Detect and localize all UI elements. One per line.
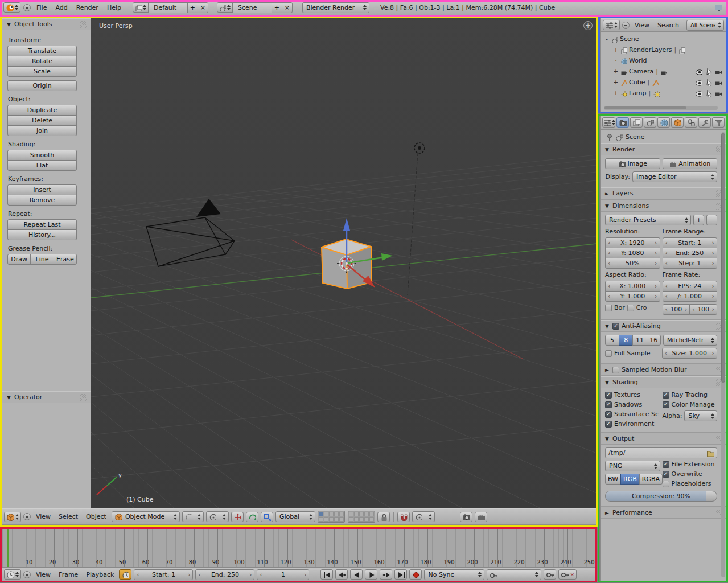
- subsurface-checkbox[interactable]: ✓: [605, 411, 612, 418]
- jump-to-start-button[interactable]: [320, 569, 333, 580]
- timeline-menu-view[interactable]: View: [33, 571, 54, 578]
- screen-layout-name-field[interactable]: Default: [148, 2, 188, 13]
- item-name[interactable]: World: [629, 57, 647, 64]
- output-panel-header[interactable]: ▼ Output: [601, 433, 726, 445]
- aa-samples-16-button[interactable]: 16: [647, 335, 661, 346]
- tab-scene[interactable]: [644, 117, 656, 128]
- timeline-start-field[interactable]: Start: 1: [134, 569, 193, 580]
- grease-erase-button[interactable]: Erase: [54, 254, 77, 265]
- translate-button[interactable]: Translate: [7, 46, 77, 56]
- info-editor-type-button[interactable]: [3, 2, 20, 13]
- folder-icon[interactable]: [706, 449, 714, 457]
- tab-modifiers[interactable]: [698, 117, 711, 128]
- panel-expand-icon[interactable]: ▼: [604, 380, 610, 385]
- panel-expand-icon[interactable]: ►: [604, 510, 610, 516]
- item-name[interactable]: RenderLayers: [629, 46, 672, 54]
- use-preview-range-toggle[interactable]: [119, 569, 131, 580]
- render-animation-button[interactable]: Animation: [663, 158, 718, 169]
- render-presets-select[interactable]: Render Presets: [605, 215, 691, 225]
- outliner-row-lamp[interactable]: + Lamp |: [602, 88, 725, 98]
- screen-layout-browse-button[interactable]: [133, 2, 149, 13]
- outliner-row-cube[interactable]: + Cube |: [602, 77, 725, 88]
- panel-expand-icon[interactable]: ▼: [604, 203, 610, 209]
- repeat-last-button[interactable]: Repeat Last: [7, 219, 77, 230]
- tab-world[interactable]: [657, 117, 670, 128]
- textures-checkbox[interactable]: ✓: [605, 392, 612, 399]
- tab-render[interactable]: [616, 117, 629, 128]
- item-name[interactable]: Scene: [620, 35, 639, 43]
- outliner-editor-type-button[interactable]: [603, 20, 620, 30]
- file-format-select[interactable]: PNG: [605, 461, 660, 471]
- resolution-y-field[interactable]: Y: 1080: [605, 248, 660, 258]
- render-engine-select[interactable]: Blender Render: [302, 2, 369, 13]
- border-checkbox[interactable]: [605, 305, 612, 311]
- tab-constraints[interactable]: [685, 117, 697, 128]
- panel-expand-icon[interactable]: ▼: [604, 436, 610, 442]
- open-properties-region-button[interactable]: +: [583, 21, 593, 30]
- auto-keyframe-record-button[interactable]: [409, 569, 422, 580]
- delete-button[interactable]: Delete: [7, 115, 77, 126]
- manipulator-rotate-toggle[interactable]: [246, 512, 258, 522]
- aspect-x-field[interactable]: X: 1.000: [605, 281, 660, 292]
- viewport-menu-view[interactable]: View: [33, 513, 54, 520]
- fps-field[interactable]: FPS: 24: [663, 281, 718, 292]
- mode-select[interactable]: Object Mode: [112, 511, 180, 522]
- render-toggle-icon[interactable]: [714, 79, 722, 86]
- scale-button[interactable]: Scale: [7, 66, 77, 77]
- origin-button[interactable]: Origin: [7, 80, 77, 91]
- object-tools-panel-header[interactable]: ▼ Object Tools: [2, 18, 91, 30]
- color-bw-button[interactable]: BW: [605, 474, 621, 485]
- environment-checkbox[interactable]: ✓: [605, 421, 612, 428]
- panel-expand-icon[interactable]: ▼: [604, 147, 610, 153]
- item-name[interactable]: Cube: [629, 79, 645, 86]
- timeline-menu-frame[interactable]: Frame: [56, 571, 81, 578]
- collapse-menus-button[interactable]: [23, 513, 31, 520]
- render-panel-header[interactable]: ▼ Render: [601, 143, 726, 155]
- expand-icon[interactable]: +: [613, 79, 619, 85]
- resolution-percentage-field[interactable]: 50%: [605, 258, 660, 269]
- expand-icon[interactable]: -: [604, 36, 610, 42]
- performance-panel-header[interactable]: ► Performance: [601, 507, 726, 519]
- resolution-x-field[interactable]: X: 1920: [605, 237, 660, 248]
- hide-toggle-eye-icon[interactable]: [695, 68, 702, 75]
- properties-scrollbar[interactable]: [721, 132, 725, 577]
- opengl-render-animation-button[interactable]: [475, 512, 487, 522]
- operator-panel-header[interactable]: ▼ Operator: [2, 391, 91, 403]
- shadows-checkbox[interactable]: ✓: [605, 401, 612, 408]
- aa-filter-size-field[interactable]: Size: 1.000: [662, 348, 718, 359]
- outliner-row-renderlayers[interactable]: + RenderLayers |: [602, 44, 725, 55]
- expand-icon[interactable]: +: [613, 90, 619, 96]
- menu-help[interactable]: Help: [104, 4, 124, 11]
- selectable-toggle-icon[interactable]: [705, 79, 712, 86]
- panel-expand-icon[interactable]: ►: [604, 191, 610, 196]
- time-remap-new-field[interactable]: 100: [689, 304, 717, 315]
- delete-keyframe-button[interactable]: ×: [558, 569, 577, 580]
- lock-to-scene-toggle[interactable]: [377, 512, 390, 522]
- current-frame-field[interactable]: 1: [257, 569, 309, 580]
- tab-object[interactable]: [671, 117, 684, 128]
- shading-panel-header[interactable]: ▼ Shading: [601, 376, 726, 388]
- render-toggle-icon[interactable]: [714, 68, 722, 75]
- frame-end-field[interactable]: End: 250: [663, 248, 718, 258]
- motion-blur-checkbox[interactable]: [612, 367, 619, 373]
- color-rgba-button[interactable]: RGBA: [639, 474, 663, 485]
- selectable-toggle-icon[interactable]: [705, 68, 712, 75]
- selectable-toggle-icon[interactable]: [705, 89, 712, 97]
- opengl-render-image-button[interactable]: [460, 512, 472, 522]
- snap-element-select[interactable]: [412, 511, 435, 522]
- scene-delete-button[interactable]: ×: [282, 2, 293, 13]
- shade-smooth-button[interactable]: Smooth: [7, 150, 77, 161]
- rotate-button[interactable]: Rotate: [7, 56, 77, 67]
- output-path-field[interactable]: /tmp/: [605, 447, 717, 458]
- layers-panel-header[interactable]: ► Layers: [601, 187, 726, 199]
- play-reverse-button[interactable]: [350, 569, 363, 580]
- alpha-mode-select[interactable]: Sky: [684, 410, 717, 421]
- aa-filter-select[interactable]: Mitchell-Netr: [663, 335, 717, 346]
- render-image-button[interactable]: Image: [605, 158, 660, 169]
- aa-samples-5-button[interactable]: 5: [605, 335, 619, 346]
- screen-layout-delete-button[interactable]: ×: [198, 2, 208, 13]
- outliner-display-mode-select[interactable]: All Scenes: [686, 20, 724, 31]
- item-name[interactable]: Lamp: [629, 89, 647, 97]
- grease-draw-button[interactable]: Draw: [7, 254, 31, 265]
- join-button[interactable]: Join: [7, 125, 77, 136]
